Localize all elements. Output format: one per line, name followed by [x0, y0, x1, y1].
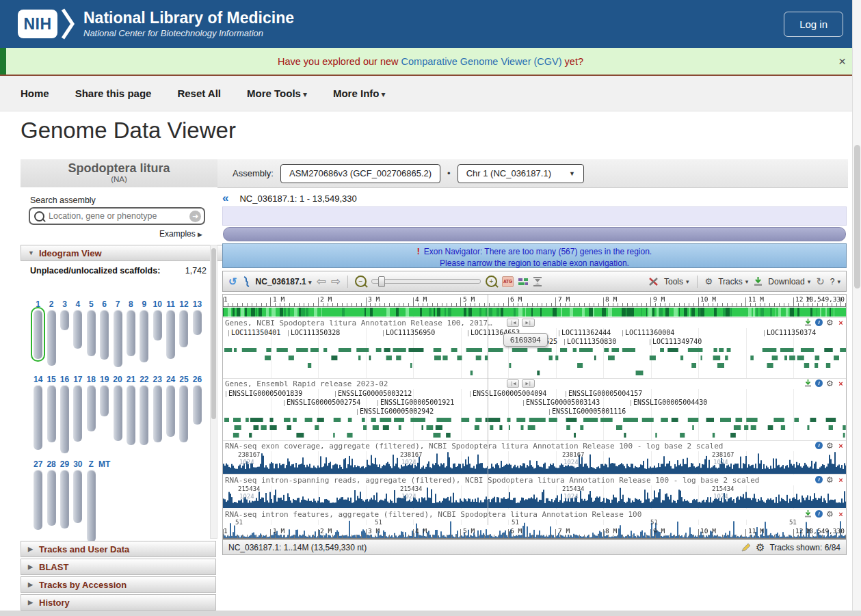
- chromosome-bar[interactable]: [179, 385, 188, 442]
- chromosome-label[interactable]: 10: [153, 299, 162, 310]
- chromosome-11[interactable]: 11: [164, 299, 177, 367]
- accordion-tracks-by-accession[interactable]: ▶Tracks by Accession: [21, 576, 216, 593]
- track-layout-icon[interactable]: [518, 278, 528, 286]
- chromosome-bar[interactable]: [166, 310, 175, 359]
- chromosome-label[interactable]: 4: [76, 299, 81, 310]
- chromosome-bar[interactable]: [140, 385, 148, 445]
- page-scrollbar[interactable]: [852, 0, 861, 616]
- chromosome-label[interactable]: 11: [166, 299, 175, 310]
- gene-label-ENSSLIG00005004430[interactable]: ENSSLIG00005004430: [633, 399, 707, 406]
- collapse-tracks-icon[interactable]: [533, 277, 542, 286]
- configure-tracks-icon[interactable]: ⚙: [756, 541, 765, 554]
- collapse-panel-icon[interactable]: «: [222, 191, 228, 205]
- sequence-select[interactable]: NC_036187.1 ▾: [256, 277, 312, 286]
- chromosome-16[interactable]: 16: [58, 375, 71, 453]
- download-icon[interactable]: [804, 379, 812, 387]
- close-track-icon[interactable]: ×: [837, 379, 845, 387]
- sequence-text-view-icon[interactable]: ATG: [502, 276, 514, 287]
- sidebar-scrollbar[interactable]: [210, 245, 217, 539]
- chromosome-bar[interactable]: [100, 385, 109, 416]
- examples-link[interactable]: Examples ▶: [159, 229, 202, 239]
- nav-item-home[interactable]: Home: [21, 88, 49, 99]
- page-next-button[interactable]: ▶|: [522, 379, 534, 388]
- chromosome-10[interactable]: 10: [151, 299, 164, 367]
- chromosome-label[interactable]: 27: [34, 459, 42, 470]
- chromosome-24[interactable]: 24: [164, 375, 177, 453]
- refresh-icon[interactable]: ↻: [816, 276, 825, 288]
- chromosome-8[interactable]: 8: [124, 299, 137, 367]
- zoom-in-icon[interactable]: +: [486, 276, 497, 287]
- gene-label-LOC111349740[interactable]: LOC111349740: [652, 338, 702, 345]
- chromosome-bar[interactable]: [153, 385, 162, 442]
- gene-label-LOC111350830[interactable]: LOC111350830: [567, 338, 616, 345]
- page-next-button[interactable]: ▶|: [522, 319, 534, 327]
- gear-icon[interactable]: ⚙: [826, 510, 834, 518]
- chromosome-label[interactable]: 22: [140, 375, 148, 385]
- chromosome-label[interactable]: MT: [98, 459, 110, 470]
- accordion-history[interactable]: ▶History: [21, 594, 216, 611]
- gear-icon[interactable]: ⚙: [826, 379, 834, 387]
- chromosome-bar[interactable]: [114, 385, 122, 441]
- info-icon[interactable]: i: [815, 379, 823, 387]
- ideogram-view-header[interactable]: ▼ Ideogram View: [21, 245, 224, 261]
- chromosome-bar[interactable]: [114, 310, 122, 367]
- chromosome-15[interactable]: 15: [44, 375, 57, 453]
- chromosome-bar[interactable]: [166, 385, 175, 437]
- chromosome-label[interactable]: 26: [193, 375, 202, 385]
- gene-label-ENSSLIG00005004157[interactable]: ENSSLIG00005004157: [568, 390, 642, 397]
- chromosome-3[interactable]: 3: [58, 299, 71, 367]
- chromosome-26[interactable]: 26: [191, 375, 204, 453]
- chromosome-label[interactable]: 13: [193, 299, 202, 310]
- chromosome-bar[interactable]: [73, 470, 82, 523]
- search-go-button[interactable]: ➜: [189, 211, 201, 222]
- chromosome-14[interactable]: 14: [31, 375, 44, 453]
- gene-label-ENSSLIG00005002942[interactable]: ENSSLIG00005002942: [360, 407, 434, 415]
- chromosome-21[interactable]: 21: [124, 375, 137, 453]
- chromosome-bar[interactable]: [193, 385, 202, 425]
- chromosome-label[interactable]: 2: [49, 299, 54, 310]
- chromosome-6[interactable]: 6: [98, 299, 111, 367]
- chromosome-18[interactable]: 18: [85, 375, 98, 453]
- chromosome-bar[interactable]: [34, 470, 42, 530]
- range-selector-bar[interactable]: [223, 227, 846, 241]
- chromosome-label[interactable]: 23: [153, 375, 162, 385]
- chromosome-label[interactable]: 1: [36, 299, 40, 310]
- chromosome-bar[interactable]: [100, 310, 109, 360]
- download-icon[interactable]: [804, 319, 812, 326]
- gene-label-LOC111350401[interactable]: LOC111350401: [231, 329, 280, 336]
- chromosome-label[interactable]: 14: [34, 375, 42, 385]
- chromosome-bar[interactable]: [179, 310, 188, 347]
- chromosome-bar[interactable]: [87, 310, 96, 356]
- gene-label-LOC111360004[interactable]: LOC111360004: [625, 329, 674, 336]
- chromosome-27[interactable]: 27: [31, 459, 44, 542]
- chromosome-bar[interactable]: [193, 310, 202, 335]
- help-menu[interactable]: ?▾: [830, 277, 840, 286]
- chromosome-bar[interactable]: [73, 310, 82, 349]
- chromosome-9[interactable]: 9: [137, 299, 150, 367]
- chromosome-bar[interactable]: [127, 385, 135, 445]
- chromosome-1[interactable]: 1: [31, 299, 44, 367]
- gene-label-LOC111362444[interactable]: LOC111362444: [561, 329, 611, 336]
- chromosome-29[interactable]: 29: [58, 459, 71, 542]
- close-track-icon[interactable]: ×: [837, 476, 845, 483]
- chromosome-5[interactable]: 5: [85, 299, 98, 367]
- chromosome-28[interactable]: 28: [44, 459, 57, 542]
- chromosome-bar[interactable]: [140, 310, 148, 362]
- search-input[interactable]: [44, 211, 189, 221]
- chromosome-4[interactable]: 4: [71, 299, 84, 367]
- gene-label-ENSSLIG00005001116[interactable]: ENSSLIG00005001116: [552, 407, 626, 415]
- banner-close-icon[interactable]: ×: [838, 54, 846, 69]
- nav-item-share-this-page[interactable]: Share this page: [75, 88, 152, 99]
- accordion-blast[interactable]: ▶BLAST: [21, 559, 216, 575]
- close-track-icon[interactable]: ×: [837, 319, 845, 326]
- chromosome-30[interactable]: 30: [71, 459, 84, 542]
- chromosome-label[interactable]: 21: [127, 375, 135, 385]
- chromosome-label[interactable]: 12: [179, 299, 188, 310]
- chromosome-bar[interactable]: [47, 310, 56, 366]
- chromosome-label[interactable]: 7: [116, 299, 120, 310]
- chromosome-label[interactable]: 30: [73, 459, 82, 470]
- chromosome-bar[interactable]: [127, 310, 135, 356]
- chromosome-label[interactable]: 24: [166, 375, 175, 385]
- info-icon[interactable]: i: [815, 442, 823, 449]
- chromosome-label[interactable]: 5: [89, 299, 94, 310]
